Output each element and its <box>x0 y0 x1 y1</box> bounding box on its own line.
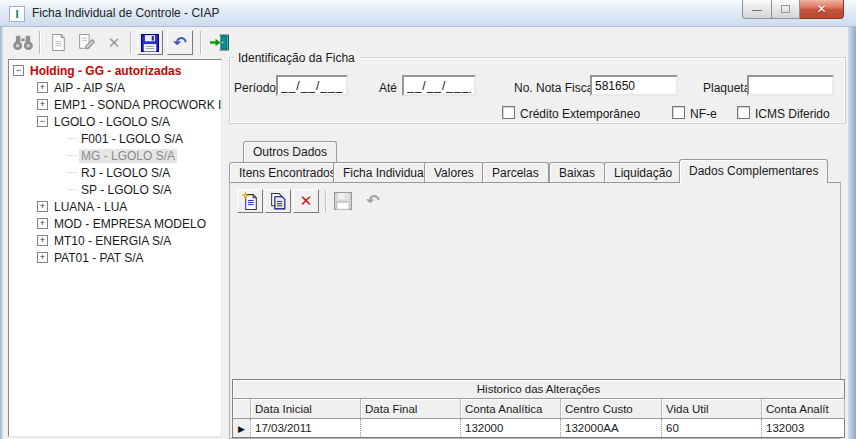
col-data-final: Data Final <box>361 399 461 419</box>
copy-icon <box>269 192 287 211</box>
expand-icon[interactable]: + <box>37 252 48 263</box>
cell-vida-util: 60 <box>662 419 762 438</box>
collapse-icon[interactable]: − <box>37 116 48 127</box>
icms-diferido-label: ICMS Diferido <box>755 107 830 121</box>
icms-diferido-checkbox[interactable] <box>737 106 750 119</box>
plaqueta-input[interactable] <box>747 75 834 96</box>
credito-extemporaneo-checkbox[interactable] <box>502 106 515 119</box>
save-button[interactable] <box>137 30 163 55</box>
app-window: I Ficha Individual de Controle - CIAP — … <box>0 0 856 439</box>
tab-liquidacao[interactable]: Liquidação <box>604 162 682 183</box>
nfe-checkbox[interactable] <box>672 106 685 119</box>
titlebar[interactable]: I Ficha Individual de Controle - CIAP — … <box>0 0 856 27</box>
tree-connector: ··· <box>67 150 77 161</box>
close-button[interactable]: ✕ <box>800 0 844 19</box>
toolbar-separator <box>200 31 202 54</box>
expand-icon[interactable]: + <box>37 218 48 229</box>
main-toolbar: ✕ ↶ <box>3 27 848 58</box>
nota-fiscal-label: No. Nota Fiscal <box>514 81 596 95</box>
tree-item-rj[interactable]: ··· RJ - LGOLO S/A <box>9 164 221 181</box>
toolbar-separator <box>130 31 132 54</box>
save-disk-icon <box>141 34 159 52</box>
ate-input[interactable] <box>402 75 476 96</box>
edit-pencil-icon <box>77 33 96 52</box>
toolbar-separator <box>39 31 41 54</box>
expand-icon[interactable]: + <box>37 201 48 212</box>
col-conta-analitica-componente: Conta Analít <box>762 399 845 419</box>
delete-x-icon: ✕ <box>108 34 121 52</box>
app-icon: I <box>9 6 25 22</box>
tree-item-sp[interactable]: ··· SP - LGOLO S/A <box>9 181 221 198</box>
expand-icon[interactable]: + <box>37 82 48 93</box>
tab-itens-encontrados[interactable]: Itens Encontrados <box>229 162 346 183</box>
record-undo-button[interactable]: ↶ <box>360 189 386 213</box>
expand-icon[interactable]: + <box>37 99 48 110</box>
record-copy-button[interactable] <box>265 189 291 213</box>
tab-baixas[interactable]: Baixas <box>549 162 605 183</box>
tree-item-mod[interactable]: + MOD - EMPRESA MODELO <box>9 215 221 232</box>
company-tree: − Holding - GG - autorizadas + AIP - AIP… <box>8 59 222 437</box>
tree-item-emp1[interactable]: + EMP1 - SONDA PROCWORK INFOR <box>9 96 221 113</box>
tree-item-aip[interactable]: + AIP - AIP S/A <box>9 79 221 96</box>
cell-data-inicial: 17/03/2011 <box>251 419 361 438</box>
tree-item-lgolo[interactable]: − LGOLO - LGOLO S/A <box>9 113 221 130</box>
tree-item-f001[interactable]: ··· F001 - LGOLO S/A <box>9 130 221 147</box>
window-border-left <box>0 27 3 439</box>
collapse-icon[interactable]: − <box>13 65 24 76</box>
new-document-icon <box>50 33 67 52</box>
plaqueta-label: Plaqueta <box>703 81 750 95</box>
find-button[interactable] <box>10 30 36 55</box>
tab-dados-complementares[interactable]: Dados Complementares <box>679 159 828 183</box>
undo-button[interactable]: ↶ <box>167 30 193 55</box>
undo-arrow-icon: ↶ <box>173 35 186 51</box>
tab-valores[interactable]: Valores <box>424 162 484 183</box>
nfe-label: NF-e <box>690 107 717 121</box>
tree-item-holding[interactable]: − Holding - GG - autorizadas <box>9 62 221 79</box>
col-vida-util: Vida Util <box>662 399 762 419</box>
tree-item-mg[interactable]: ··· MG - LGOLO S/A <box>9 147 221 164</box>
new-record-icon <box>242 192 259 211</box>
record-save-button[interactable] <box>330 189 356 213</box>
col-centro-custo: Centro Custo <box>561 399 662 419</box>
delete-button[interactable]: ✕ <box>101 30 127 55</box>
col-selector <box>233 399 251 419</box>
periodo-label: Período <box>234 81 276 95</box>
undo-arrow-icon: ↶ <box>366 193 379 209</box>
edit-button[interactable] <box>73 30 99 55</box>
tree-item-luana[interactable]: + LUANA - LUA <box>9 198 221 215</box>
minimize-button[interactable]: — <box>742 0 772 19</box>
expand-icon[interactable]: + <box>37 235 48 246</box>
credito-extemporaneo-label: Crédito Extemporâneo <box>520 107 640 121</box>
cell-data-final <box>361 419 461 438</box>
tab-parcelas[interactable]: Parcelas <box>482 162 549 183</box>
record-new-button[interactable] <box>237 189 263 213</box>
identification-legend: Identificação da Ficha <box>234 51 359 65</box>
tab-ficha-individual[interactable]: Ficha Individual <box>333 162 436 183</box>
tree-connector: ··· <box>67 167 77 178</box>
tree-item-pat01[interactable]: + PAT01 - PAT S/A <box>9 249 221 266</box>
window-controls: — ✕ <box>742 0 844 19</box>
exit-button[interactable] <box>206 30 232 55</box>
window-title: Ficha Individual de Controle - CIAP <box>32 0 219 26</box>
table-row[interactable]: ▶ 17/03/2011 132000 132000AA 60 132003 <box>233 419 845 438</box>
nota-fiscal-input[interactable] <box>590 75 678 96</box>
maximize-icon <box>781 5 790 13</box>
row-selector: ▶ <box>233 419 251 438</box>
toolbar-separator <box>325 190 327 212</box>
window-border-right <box>848 27 856 439</box>
history-table-title: Historico das Alterações <box>233 380 845 399</box>
history-table-header: Data Inicial Data Final Conta Analítica … <box>233 399 845 419</box>
binoculars-icon <box>12 35 34 51</box>
tree-connector: ··· <box>67 133 77 144</box>
tree-item-mt10[interactable]: + MT10 - ENERGIA S/A <box>9 232 221 249</box>
cell-conta-analitica-componente: 132003 <box>762 419 845 438</box>
record-delete-button[interactable]: ✕ <box>293 189 319 213</box>
history-table: Historico das Alterações Data Inicial Da… <box>232 379 845 438</box>
periodo-input[interactable] <box>276 75 348 96</box>
maximize-button[interactable] <box>772 0 800 19</box>
new-button[interactable] <box>45 30 71 55</box>
tab-outros-dados[interactable]: Outros Dados <box>243 141 337 162</box>
ate-label: Até <box>379 81 397 95</box>
cell-centro-custo: 132000AA <box>561 419 662 438</box>
exit-door-icon <box>209 33 230 52</box>
